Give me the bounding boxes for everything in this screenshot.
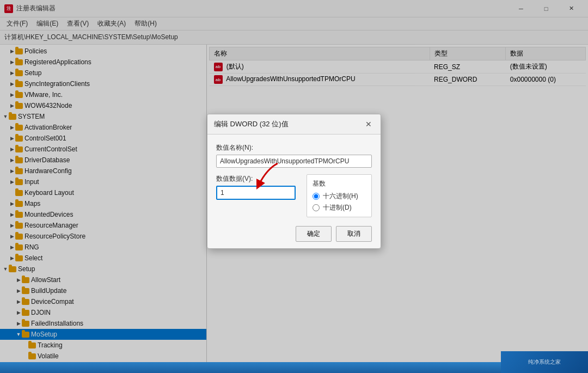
radio-decimal-label: 十进制(D) <box>323 203 352 212</box>
taskbar <box>0 362 501 373</box>
radio-hex-input[interactable] <box>313 193 320 200</box>
data-value-input[interactable] <box>216 186 296 200</box>
name-value: AllowUpgradesWithUnsupportedTPMOrCPU <box>216 155 372 168</box>
dialog-data-row: 数值数据(V): 基数 十六进制(H) 十进制(D) <box>216 174 372 217</box>
ok-button[interactable]: 确定 <box>296 226 332 242</box>
dialog-buttons: 确定 取消 <box>216 226 372 242</box>
base-label: 基数 <box>313 179 366 188</box>
dialog-title: 编辑 DWORD (32 位)值 <box>214 119 289 129</box>
cancel-button[interactable]: 取消 <box>336 226 372 242</box>
watermark-text: 纯净系统之家 <box>528 358 561 366</box>
radio-hex[interactable]: 十六进制(H) <box>313 192 366 201</box>
dialog-left-col: 数值数据(V): <box>216 174 296 200</box>
radio-decimal[interactable]: 十进制(D) <box>313 203 366 212</box>
dialog-right-col: 基数 十六进制(H) 十进制(D) <box>307 174 372 217</box>
edit-dword-dialog: 编辑 DWORD (32 位)值 ✕ 数值名称(N): AllowUpgrade… <box>207 114 381 249</box>
base-radio-group: 基数 十六进制(H) 十进制(D) <box>307 174 372 217</box>
watermark: 纯净系统之家 <box>501 351 588 373</box>
data-label: 数值数据(V): <box>216 174 296 184</box>
dialog-body: 数值名称(N): AllowUpgradesWithUnsupportedTPM… <box>207 134 381 248</box>
radio-decimal-input[interactable] <box>313 204 320 211</box>
radio-hex-label: 十六进制(H) <box>323 192 358 201</box>
name-label: 数值名称(N): <box>216 143 372 152</box>
dialog-overlay: 编辑 DWORD (32 位)值 ✕ 数值名称(N): AllowUpgrade… <box>0 0 588 362</box>
dialog-title-bar: 编辑 DWORD (32 位)值 ✕ <box>207 114 381 134</box>
dialog-close-button[interactable]: ✕ <box>363 119 374 130</box>
